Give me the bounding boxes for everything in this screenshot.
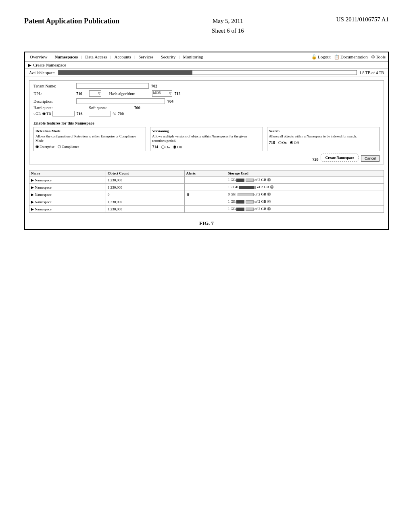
storage-bar-label: Available space: <box>29 71 56 75</box>
quota-radio-gb: ○GB <box>33 112 41 116</box>
versioning-ref: 714 <box>152 145 158 149</box>
soft-quota-pct: % <box>113 112 116 116</box>
row-2-name[interactable]: ▶ Namespace <box>29 191 106 198</box>
nav-security[interactable]: Security <box>159 54 178 60</box>
retention-enterprise[interactable]: Enterprise <box>35 145 54 149</box>
table-header-row: Name Object Count Alerts Storage Used <box>29 170 384 177</box>
search-on-label: On <box>282 141 287 145</box>
search-radio-row: 718 On Off <box>269 140 378 145</box>
dpl-select[interactable]: ▽ <box>89 90 101 97</box>
retention-enterprise-label: Enterprise <box>40 145 54 149</box>
nav-right-items: 🔓 Logout 📋 Documentation ⚙ Tools <box>311 54 386 60</box>
versioning-off[interactable]: Off <box>173 145 182 149</box>
versioning-radio-row: 714 On Off <box>152 145 261 149</box>
row-1-name[interactable]: ▶ Namespace <box>29 184 106 191</box>
search-off[interactable]: Off <box>290 141 299 145</box>
retention-compliance-radio[interactable] <box>58 145 61 148</box>
dpl-ref: 710 <box>76 91 82 96</box>
features-grid: Retention Mode Allows the configuration … <box>33 127 380 151</box>
row-0-name[interactable]: ▶ Namespace <box>29 177 106 184</box>
tenant-name-row: Tenant Name: 702 <box>33 83 380 89</box>
row-1-alerts <box>184 184 226 191</box>
hard-quota-input[interactable] <box>52 111 75 116</box>
versioning-title: Versioning <box>152 129 261 133</box>
documentation-icon: 📋 <box>334 54 340 60</box>
create-namespace-button[interactable]: Create Namespace <box>321 154 359 162</box>
search-off-label: Off <box>294 141 299 145</box>
description-ref: 704 <box>167 99 173 104</box>
versioning-on[interactable]: On <box>161 145 170 149</box>
hash-arrow: ▽ <box>169 91 171 95</box>
tenant-name-input[interactable] <box>76 83 149 89</box>
breadcrumb-item[interactable]: Create Namespace <box>33 62 66 67</box>
row-3-name[interactable]: ▶ Namespace <box>29 198 106 206</box>
nav-accounts[interactable]: Accounts <box>112 54 133 60</box>
table-row: ▶ Namespace1,230,000 1.9 GB of 2 GB ⑩ <box>29 184 384 191</box>
publication-number: US 2011/0106757 A1 <box>336 16 389 23</box>
search-title: Search <box>269 129 378 133</box>
row-4-alerts <box>184 206 226 213</box>
nav-services[interactable]: Services <box>136 54 156 60</box>
row-4-name[interactable]: ▶ Namespace <box>29 206 106 213</box>
tools-icon: ⚙ <box>371 54 375 60</box>
search-off-radio[interactable] <box>290 141 293 144</box>
hard-quota-label: Hard quota: <box>33 106 53 110</box>
cancel-button[interactable]: Cancel <box>361 155 380 162</box>
row-3-alerts <box>184 198 226 206</box>
col-object-count: Object Count <box>106 170 184 177</box>
col-alerts: Alerts <box>184 170 226 177</box>
quota-row: Hard quota: ○GB TB 716 Soft quota: <box>33 106 380 116</box>
nav-data-access[interactable]: Data Access <box>83 54 109 60</box>
hash-label: Hash algorithm: <box>109 91 150 96</box>
logout-button[interactable]: 🔓 Logout <box>311 54 331 60</box>
retention-desc: Allows the configuration of Retention to… <box>35 134 144 143</box>
create-ns-btn-area: 720 Create Namespace Cancel <box>33 154 380 162</box>
dpl-label: DPL: <box>33 91 74 96</box>
search-on[interactable]: On <box>278 141 287 145</box>
versioning-on-label: On <box>165 145 170 149</box>
content-area: Tenant Name: 702 DPL: 710 ▽ Hash algorit… <box>25 77 388 216</box>
retention-title: Retention Mode <box>35 129 144 133</box>
dpl-hash-row: DPL: 710 ▽ Hash algorithm: MD5 ▽ 712 <box>33 90 380 97</box>
tools-button[interactable]: ⚙ Tools <box>371 54 386 60</box>
create-ns-720-ref: 720 <box>312 157 318 162</box>
description-input[interactable] <box>76 98 165 104</box>
nav-namespaces[interactable]: Namespaces <box>52 54 80 60</box>
dpl-arrow: ▽ <box>98 91 100 95</box>
description-row: Description: 704 <box>33 98 380 104</box>
storage-bar-container: Available space: 1.8 TB of 4 TB <box>25 69 388 77</box>
retention-radio-row: Enterprise Compliance <box>35 145 144 149</box>
figure-container: Overview | Namespaces | Data Access | Ac… <box>24 52 389 230</box>
search-ref: 718 <box>269 140 275 145</box>
create-namespace-section: Tenant Name: 702 DPL: 710 ▽ Hash algorit… <box>29 80 384 164</box>
page-header: Patent Application Publication May 5, 20… <box>0 0 413 44</box>
soft-quota-group: Soft quota: % 700 <box>89 106 123 116</box>
retention-compliance-label: Compliance <box>62 145 79 149</box>
search-on-radio[interactable] <box>278 141 282 144</box>
nav-overview[interactable]: Overview <box>27 54 50 60</box>
row-2-object-count: 0 <box>106 191 184 198</box>
enable-features: Enable features for this Namespace Reten… <box>33 119 380 162</box>
col-storage-used: Storage Used <box>226 170 384 177</box>
versioning-off-label: Off <box>177 145 182 149</box>
retention-enterprise-radio[interactable] <box>35 145 39 148</box>
hard-quota-ref: 716 <box>76 112 82 116</box>
soft-quota-input[interactable] <box>89 111 111 116</box>
row-0-object-count: 1,230,000 <box>106 177 184 184</box>
row-3-storage-used: 1 GB of 2 GB ⑩ <box>226 198 384 206</box>
row-4-storage-used: 1 GB of 2 GB ⑩ <box>226 206 384 213</box>
versioning-off-radio[interactable] <box>173 145 176 149</box>
publication-title: Patent Application Publication <box>24 16 119 26</box>
hash-ref: 712 <box>175 91 181 96</box>
breadcrumb-arrow: ▶ <box>28 63 31 67</box>
nav-monitoring[interactable]: Monitoring <box>181 54 206 60</box>
row-4-object-count: 1,230,000 <box>106 206 184 213</box>
row-1-storage-used: 1.9 GB of 2 GB ⑩ <box>226 184 384 191</box>
documentation-button[interactable]: 📋 Documentation <box>334 54 368 60</box>
versioning-on-radio[interactable] <box>161 145 165 149</box>
quota-ref-700: 700 <box>134 106 140 110</box>
row-1-object-count: 1,230,000 <box>106 184 184 191</box>
retention-compliance[interactable]: Compliance <box>58 145 79 149</box>
hash-select[interactable]: MD5 ▽ <box>152 90 172 97</box>
tenant-name-label: Tenant Name: <box>33 84 74 88</box>
